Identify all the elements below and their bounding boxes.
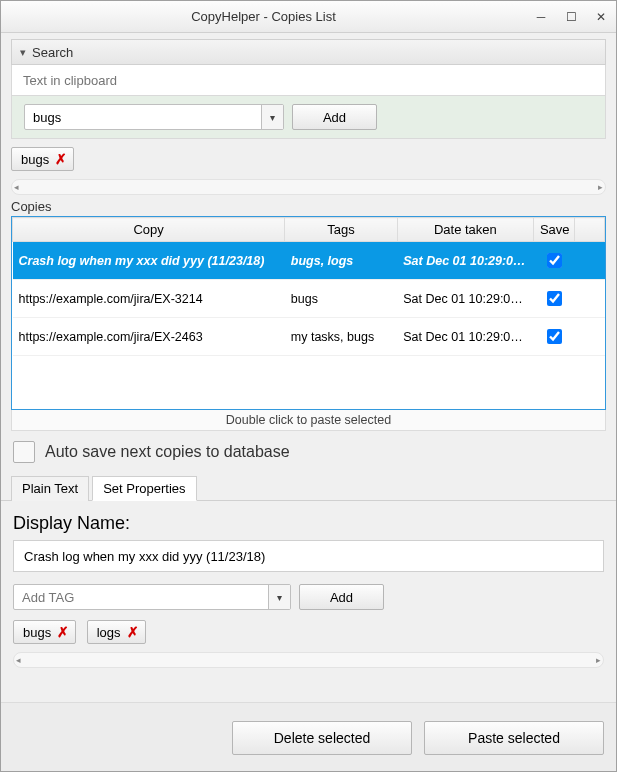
cell-save (533, 280, 574, 318)
tag-chip[interactable]: logs ✗ (87, 620, 146, 644)
search-header-label: Search (32, 45, 73, 60)
cell-save (533, 242, 574, 280)
remove-icon[interactable]: ✗ (57, 624, 69, 640)
tab-plain-text[interactable]: Plain Text (11, 476, 89, 501)
save-checkbox[interactable] (547, 291, 562, 306)
detail-tag-add-button[interactable]: Add (299, 584, 384, 610)
tag-filter-combo[interactable]: ▾ (24, 104, 284, 130)
cell-copy: Crash log when my xxx did yyy (11/23/18) (13, 242, 285, 280)
footer-bar: Delete selected Paste selected (1, 702, 616, 771)
cell-date: Sat Dec 01 10:29:03 I... (397, 242, 533, 280)
cell-tags: bugs (285, 280, 397, 318)
search-box (11, 65, 606, 96)
autosave-checkbox[interactable] (13, 441, 35, 463)
tag-filter-input[interactable] (24, 104, 284, 130)
cell-tags: bugs, logs (285, 242, 397, 280)
save-checkbox[interactable] (547, 253, 562, 268)
tag-filter-chips: bugs ✗ (1, 139, 616, 179)
cell-date: Sat Dec 01 10:29:03 I... (397, 318, 533, 356)
remove-icon[interactable]: ✗ (55, 151, 67, 167)
save-checkbox[interactable] (547, 329, 562, 344)
chevron-down-icon[interactable]: ▾ (268, 585, 290, 609)
autosave-label: Auto save next copies to database (45, 443, 290, 461)
horizontal-scrollbar[interactable]: ◂▸ (11, 179, 606, 195)
detail-tag-input[interactable] (13, 584, 291, 610)
column-header-copy[interactable]: Copy (13, 218, 285, 242)
chevron-down-icon: ▾ (20, 46, 26, 59)
search-header[interactable]: ▾ Search (11, 39, 606, 65)
cell-copy: https://example.com/jira/EX-2463 (13, 318, 285, 356)
table-row[interactable]: https://example.com/jira/EX-2463 my task… (13, 318, 605, 356)
detail-tabs: Plain Text Set Properties (1, 469, 616, 501)
tag-chip[interactable]: bugs ✗ (11, 147, 74, 171)
cell-tags: my tasks, bugs (285, 318, 397, 356)
detail-tag-add: ▾ Add (1, 572, 616, 610)
cell-date: Sat Dec 01 10:29:03 I... (397, 280, 533, 318)
chevron-down-icon[interactable]: ▾ (261, 105, 283, 129)
display-name-field-wrap (13, 540, 604, 572)
display-name-input[interactable] (13, 540, 604, 572)
table-row[interactable]: https://example.com/jira/EX-3214 bugs Sa… (13, 280, 605, 318)
copies-section-label: Copies (1, 195, 616, 216)
column-header-blank (575, 218, 605, 242)
detail-tag-combo[interactable]: ▾ (13, 584, 291, 610)
display-name-label: Display Name: (1, 501, 616, 540)
window-title: CopyHelper - Copies List (1, 9, 526, 24)
delete-selected-button[interactable]: Delete selected (232, 721, 412, 755)
grid-hint: Double click to paste selected (11, 410, 606, 431)
column-header-date[interactable]: Date taken (397, 218, 533, 242)
cell-save (533, 318, 574, 356)
tag-chip-label: logs (97, 625, 121, 640)
minimize-button[interactable]: ─ (526, 1, 556, 33)
cell-copy: https://example.com/jira/EX-3214 (13, 280, 285, 318)
horizontal-scrollbar[interactable]: ◂▸ (13, 652, 604, 668)
tag-chip-label: bugs (23, 625, 51, 640)
table-row[interactable]: Crash log when my xxx did yyy (11/23/18)… (13, 242, 605, 280)
app-window: CopyHelper - Copies List ─ ☐ ✕ ▾ Search … (0, 0, 617, 772)
autosave-row: Auto save next copies to database (1, 431, 616, 469)
column-header-tags[interactable]: Tags (285, 218, 397, 242)
tag-chip-label: bugs (21, 152, 49, 167)
titlebar: CopyHelper - Copies List ─ ☐ ✕ (1, 1, 616, 33)
remove-icon[interactable]: ✗ (127, 624, 139, 640)
search-input[interactable] (21, 72, 596, 89)
detail-tag-chips: bugs ✗ logs ✗ (1, 610, 616, 648)
tab-set-properties[interactable]: Set Properties (92, 476, 196, 501)
tag-filter-add-button[interactable]: Add (292, 104, 377, 130)
tag-chip[interactable]: bugs ✗ (13, 620, 76, 644)
maximize-button[interactable]: ☐ (556, 1, 586, 33)
column-header-save[interactable]: Save (533, 218, 574, 242)
copies-grid: Copy Tags Date taken Save Crash log when… (11, 216, 606, 410)
tag-filter-bar: ▾ Add (11, 96, 606, 139)
close-button[interactable]: ✕ (586, 1, 616, 33)
paste-selected-button[interactable]: Paste selected (424, 721, 604, 755)
